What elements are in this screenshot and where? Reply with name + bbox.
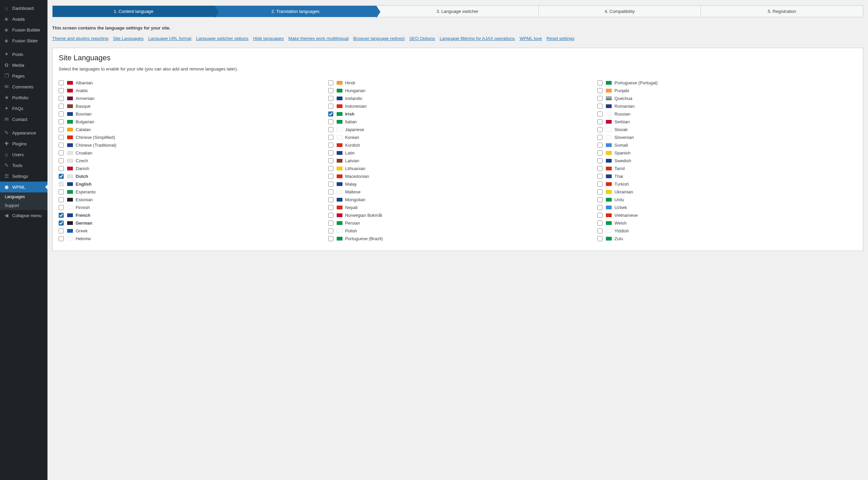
- sidebar-sub-languages[interactable]: Languages: [0, 192, 47, 201]
- language-checkbox[interactable]: [597, 143, 603, 148]
- language-label[interactable]: Serbian: [614, 119, 630, 124]
- language-checkbox[interactable]: [59, 213, 64, 218]
- language-checkbox[interactable]: [328, 174, 333, 179]
- language-checkbox[interactable]: [328, 236, 333, 241]
- language-checkbox[interactable]: [597, 189, 603, 194]
- language-label[interactable]: English: [76, 182, 92, 187]
- language-checkbox[interactable]: [597, 228, 603, 233]
- language-label[interactable]: Finnish: [76, 205, 90, 210]
- language-label[interactable]: Norwegian Bokmål: [345, 213, 382, 218]
- language-checkbox[interactable]: [59, 236, 64, 241]
- quick-link[interactable]: Browser language redirect: [353, 36, 405, 41]
- wizard-step[interactable]: 4. Compatibility: [539, 6, 701, 17]
- language-label[interactable]: Quechua: [614, 96, 632, 101]
- language-label[interactable]: Chinese (Simplified): [76, 135, 115, 140]
- language-checkbox[interactable]: [597, 127, 603, 132]
- language-label[interactable]: Croatian: [76, 150, 92, 155]
- language-label[interactable]: Zulu: [614, 236, 623, 241]
- wizard-step[interactable]: 5. Registration: [701, 6, 863, 17]
- language-checkbox[interactable]: [328, 96, 333, 101]
- sidebar-item-collapse-menu[interactable]: ◀Collapse menu: [0, 210, 47, 221]
- language-checkbox[interactable]: [597, 135, 603, 140]
- sidebar-item-fusion-slider[interactable]: ◈Fusion Slider: [0, 35, 47, 46]
- language-checkbox[interactable]: [328, 127, 333, 132]
- sidebar-item-dashboard[interactable]: ⌂Dashboard: [0, 3, 47, 14]
- language-checkbox[interactable]: [59, 158, 64, 163]
- language-label[interactable]: Basque: [76, 104, 91, 109]
- language-checkbox[interactable]: [597, 158, 603, 163]
- language-checkbox[interactable]: [597, 96, 603, 101]
- language-checkbox[interactable]: [328, 213, 333, 218]
- language-label[interactable]: Greek: [76, 228, 87, 233]
- wizard-step[interactable]: 2. Translation languages: [215, 6, 377, 17]
- language-checkbox[interactable]: [59, 174, 64, 179]
- language-checkbox[interactable]: [328, 228, 333, 233]
- sidebar-item-settings[interactable]: ☰Settings: [0, 171, 47, 182]
- language-checkbox[interactable]: [59, 228, 64, 233]
- language-label[interactable]: Hebrew: [76, 236, 91, 241]
- language-label[interactable]: Urdu: [614, 197, 624, 202]
- sidebar-item-users[interactable]: ☺Users: [0, 149, 47, 160]
- language-checkbox[interactable]: [59, 150, 64, 155]
- language-checkbox[interactable]: [328, 189, 333, 194]
- sidebar-item-plugins[interactable]: ✚Plugins: [0, 138, 47, 149]
- language-checkbox[interactable]: [59, 96, 64, 101]
- sidebar-item-pages[interactable]: ❐Pages: [0, 70, 47, 81]
- language-label[interactable]: Punjabi: [614, 88, 629, 93]
- language-checkbox[interactable]: [59, 197, 64, 202]
- language-checkbox[interactable]: [59, 80, 64, 85]
- language-label[interactable]: Bosnian: [76, 111, 92, 117]
- language-checkbox[interactable]: [328, 150, 333, 155]
- language-label[interactable]: Bulgarian: [76, 119, 94, 124]
- language-label[interactable]: Tamil: [614, 166, 625, 171]
- language-label[interactable]: Estonian: [76, 197, 93, 202]
- language-label[interactable]: Chinese (Traditional): [76, 143, 116, 148]
- quick-link[interactable]: Theme and plugins reporting: [52, 36, 108, 41]
- language-label[interactable]: Albanian: [76, 80, 93, 85]
- sidebar-item-posts[interactable]: ✦Posts: [0, 49, 47, 60]
- language-checkbox[interactable]: [59, 127, 64, 132]
- language-label[interactable]: Italian: [345, 119, 357, 124]
- language-checkbox[interactable]: [597, 104, 603, 109]
- quick-link[interactable]: Reset settings: [547, 36, 574, 41]
- language-checkbox[interactable]: [328, 135, 333, 140]
- language-label[interactable]: Polish: [345, 228, 357, 233]
- language-label[interactable]: Catalan: [76, 127, 91, 132]
- language-label[interactable]: Turkish: [614, 182, 629, 187]
- language-label[interactable]: German: [76, 221, 92, 226]
- language-checkbox[interactable]: [597, 80, 603, 85]
- quick-link[interactable]: Make themes work multilingual: [288, 36, 349, 41]
- language-label[interactable]: Maltese: [345, 189, 361, 194]
- sidebar-item-media[interactable]: ✿Media: [0, 60, 47, 70]
- sidebar-item-faqs[interactable]: ✦FAQs: [0, 103, 47, 114]
- language-label[interactable]: Nepali: [345, 205, 358, 210]
- language-label[interactable]: Russian: [614, 111, 630, 117]
- language-checkbox[interactable]: [59, 135, 64, 140]
- language-checkbox[interactable]: [328, 143, 333, 148]
- sidebar-item-tools[interactable]: ✎Tools: [0, 160, 47, 171]
- language-label[interactable]: Mongolian: [345, 197, 366, 202]
- quick-link[interactable]: Site Languages: [113, 36, 143, 41]
- language-checkbox[interactable]: [59, 88, 64, 93]
- language-label[interactable]: Arabic: [76, 88, 88, 93]
- language-checkbox[interactable]: [328, 166, 333, 171]
- language-label[interactable]: Slovenian: [614, 135, 634, 140]
- language-checkbox[interactable]: [597, 174, 603, 179]
- language-label[interactable]: Icelandic: [345, 96, 362, 101]
- quick-link[interactable]: Language URL format: [148, 36, 191, 41]
- language-label[interactable]: Latin: [345, 150, 355, 155]
- language-label[interactable]: Hungarian: [345, 88, 366, 93]
- sidebar-item-contact[interactable]: ✉Contact: [0, 114, 47, 125]
- language-checkbox[interactable]: [328, 221, 333, 226]
- language-checkbox[interactable]: [328, 182, 333, 187]
- language-checkbox[interactable]: [328, 111, 333, 117]
- language-checkbox[interactable]: [328, 80, 333, 85]
- language-checkbox[interactable]: [59, 166, 64, 171]
- language-label[interactable]: French: [76, 213, 90, 218]
- language-label[interactable]: Danish: [76, 166, 89, 171]
- wizard-step[interactable]: 3. Language switcher: [376, 6, 539, 17]
- language-label[interactable]: Slovak: [614, 127, 628, 132]
- language-label[interactable]: Thai: [614, 174, 623, 179]
- sidebar-item-wpml[interactable]: ◉WPML: [0, 182, 47, 192]
- language-label[interactable]: Romanian: [614, 104, 634, 109]
